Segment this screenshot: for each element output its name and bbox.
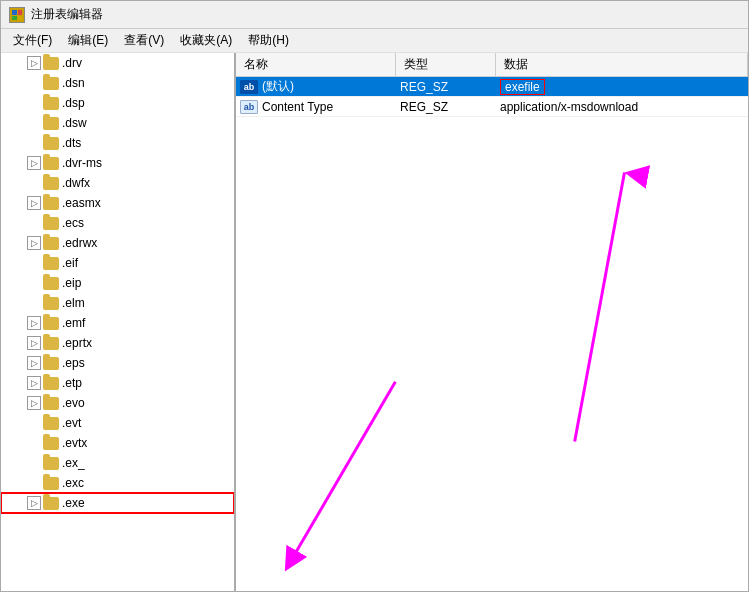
tree-item-dsn[interactable]: .dsn	[1, 73, 234, 93]
folder-icon-exc	[43, 477, 59, 490]
folder-icon-easmx	[43, 197, 59, 210]
expand-btn-easmx[interactable]: ▷	[27, 196, 41, 210]
col-header-data: 数据	[496, 53, 748, 76]
tree-item-evo[interactable]: ▷.evo	[1, 393, 234, 413]
tree-item-eps[interactable]: ▷.eps	[1, 353, 234, 373]
tree-item-elm[interactable]: .elm	[1, 293, 234, 313]
tree-label-elm: .elm	[62, 296, 85, 310]
menu-edit[interactable]: 编辑(E)	[60, 30, 116, 51]
folder-icon-etp	[43, 377, 59, 390]
name-label-default: (默认)	[262, 78, 294, 95]
folder-icon-dsp	[43, 97, 59, 110]
expand-btn-edrwx[interactable]: ▷	[27, 236, 41, 250]
folder-icon-drv	[43, 57, 59, 70]
ab-icon-content_type: ab	[240, 100, 258, 114]
folder-icon-dwfx	[43, 177, 59, 190]
folder-icon-eif	[43, 257, 59, 270]
tree-label-eip: .eip	[62, 276, 81, 290]
annotations-overlay	[236, 53, 748, 591]
expand-btn-eprtx[interactable]: ▷	[27, 336, 41, 350]
tree-label-exe: .exe	[62, 496, 85, 510]
folder-icon-eps	[43, 357, 59, 370]
folder-icon-dsn	[43, 77, 59, 90]
cell-name-default: ab(默认)	[236, 78, 396, 95]
expand-btn-etp[interactable]: ▷	[27, 376, 41, 390]
expand-btn-eps[interactable]: ▷	[27, 356, 41, 370]
svg-line-6	[291, 382, 396, 561]
tree-item-ex_[interactable]: .ex_	[1, 453, 234, 473]
folder-icon-dts	[43, 137, 59, 150]
title-bar: 注册表编辑器	[1, 1, 748, 29]
tree-item-dvr-ms[interactable]: ▷.dvr-ms	[1, 153, 234, 173]
folder-icon-dvr-ms	[43, 157, 59, 170]
tree-item-dsw[interactable]: .dsw	[1, 113, 234, 133]
tree-label-ecs: .ecs	[62, 216, 84, 230]
tree-label-emf: .emf	[62, 316, 85, 330]
tree-label-dsn: .dsn	[62, 76, 85, 90]
tree-item-easmx[interactable]: ▷.easmx	[1, 193, 234, 213]
tree-item-exc[interactable]: .exc	[1, 473, 234, 493]
expand-btn-dvr-ms[interactable]: ▷	[27, 156, 41, 170]
tree-label-eprtx: .eprtx	[62, 336, 92, 350]
tree-label-evo: .evo	[62, 396, 85, 410]
tree-item-etp[interactable]: ▷.etp	[1, 373, 234, 393]
column-headers: 名称 类型 数据	[236, 53, 748, 77]
name-label-content_type: Content Type	[262, 100, 333, 114]
svg-rect-3	[18, 16, 22, 20]
tree-item-ecs[interactable]: .ecs	[1, 213, 234, 233]
tree-item-dsp[interactable]: .dsp	[1, 93, 234, 113]
tree-item-eif[interactable]: .eif	[1, 253, 234, 273]
tree-label-exc: .exc	[62, 476, 84, 490]
svg-line-7	[575, 173, 625, 442]
window-icon	[9, 7, 25, 23]
main-content: ▷.drv.dsn.dsp.dsw.dts▷.dvr-ms.dwfx▷.easm…	[1, 53, 748, 591]
reg-row-content_type[interactable]: abContent TypeREG_SZapplication/x-msdown…	[236, 97, 748, 117]
registry-editor-window: 注册表编辑器 文件(F) 编辑(E) 查看(V) 收藏夹(A) 帮助(H) ▷.…	[0, 0, 749, 592]
tree-label-etp: .etp	[62, 376, 82, 390]
tree-label-edrwx: .edrwx	[62, 236, 97, 250]
tree-item-eip[interactable]: .eip	[1, 273, 234, 293]
folder-icon-eprtx	[43, 337, 59, 350]
tree-item-edrwx[interactable]: ▷.edrwx	[1, 233, 234, 253]
tree-label-evt: .evt	[62, 416, 81, 430]
menu-view[interactable]: 查看(V)	[116, 30, 172, 51]
exefile-highlight-box: exefile	[500, 79, 545, 95]
tree-label-dvr-ms: .dvr-ms	[62, 156, 102, 170]
menu-help[interactable]: 帮助(H)	[240, 30, 297, 51]
folder-icon-eip	[43, 277, 59, 290]
expand-btn-exe[interactable]: ▷	[27, 496, 41, 510]
menu-file[interactable]: 文件(F)	[5, 30, 60, 51]
cell-type-content_type: REG_SZ	[396, 100, 496, 114]
registry-table: ab(默认)REG_SZexefileabContent TypeREG_SZa…	[236, 77, 748, 117]
tree-item-emf[interactable]: ▷.emf	[1, 313, 234, 333]
expand-btn-drv[interactable]: ▷	[27, 56, 41, 70]
cell-type-default: REG_SZ	[396, 80, 496, 94]
expand-btn-emf[interactable]: ▷	[27, 316, 41, 330]
tree-item-dwfx[interactable]: .dwfx	[1, 173, 234, 193]
folder-icon-ex_	[43, 457, 59, 470]
ab-icon-default: ab	[240, 80, 258, 94]
tree-label-dts: .dts	[62, 136, 81, 150]
svg-rect-0	[12, 10, 17, 15]
cell-data-content_type: application/x-msdownload	[496, 100, 748, 114]
reg-row-default[interactable]: ab(默认)REG_SZexefile	[236, 77, 748, 97]
cell-name-content_type: abContent Type	[236, 100, 396, 114]
tree-item-evt[interactable]: .evt	[1, 413, 234, 433]
tree-item-evtx[interactable]: .evtx	[1, 433, 234, 453]
svg-rect-2	[12, 16, 17, 20]
tree-item-drv[interactable]: ▷.drv	[1, 53, 234, 73]
tree-item-eprtx[interactable]: ▷.eprtx	[1, 333, 234, 353]
tree-item-exe[interactable]: ▷.exe	[1, 493, 234, 513]
tree-label-easmx: .easmx	[62, 196, 101, 210]
menu-favorites[interactable]: 收藏夹(A)	[172, 30, 240, 51]
tree-item-dts[interactable]: .dts	[1, 133, 234, 153]
tree-label-ex_: .ex_	[62, 456, 85, 470]
folder-icon-exe	[43, 497, 59, 510]
right-pane: 名称 类型 数据 ab(默认)REG_SZexefileabContent Ty…	[236, 53, 748, 591]
svg-rect-1	[18, 10, 22, 15]
expand-btn-evo[interactable]: ▷	[27, 396, 41, 410]
tree-pane[interactable]: ▷.drv.dsn.dsp.dsw.dts▷.dvr-ms.dwfx▷.easm…	[1, 53, 236, 591]
tree-label-dwfx: .dwfx	[62, 176, 90, 190]
folder-icon-evt	[43, 417, 59, 430]
tree-label-dsw: .dsw	[62, 116, 87, 130]
